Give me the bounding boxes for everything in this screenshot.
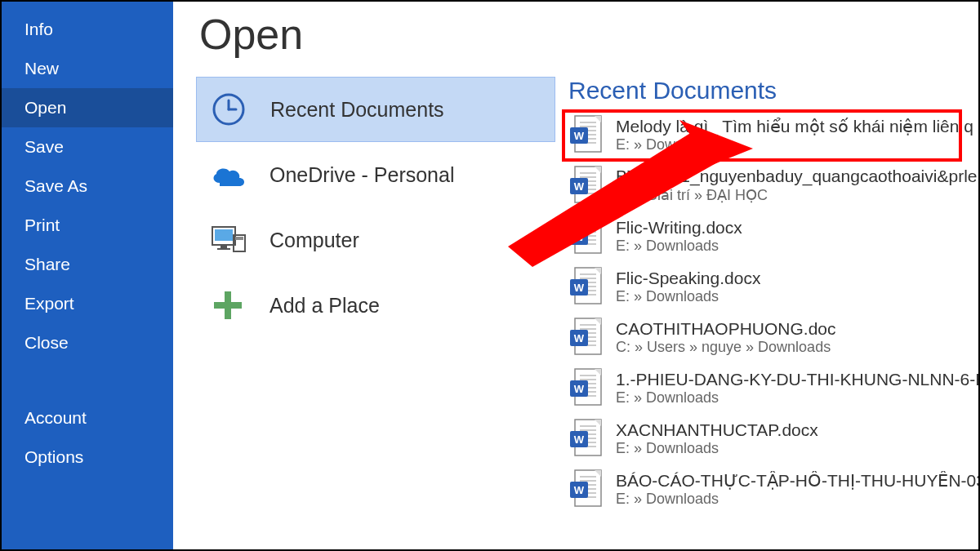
place-onedrive[interactable]: OneDrive - Personal xyxy=(196,142,555,207)
recent-document-item[interactable]: W 1.-PHIEU-DANG-KY-DU-THI-KHUNG-NLNN-6-E… xyxy=(568,362,978,413)
place-add[interactable]: Add a Place xyxy=(196,273,555,338)
places-list: Recent Documents OneDrive - Personal Com… xyxy=(196,77,555,549)
sidebar-item-info[interactable]: Info xyxy=(2,10,173,49)
sidebar-item-label: Open xyxy=(24,98,66,117)
svg-text:W: W xyxy=(574,282,585,294)
main-panel: Open Recent Documents OneDrive - Persona… xyxy=(173,2,978,549)
recent-document-item[interactable]: W XACNHANTHUCTAP.docxE: » Downloads xyxy=(568,413,978,464)
svg-rect-6 xyxy=(217,248,230,250)
recent-document-item[interactable]: W BTCNso1_nguyenbaduy_quangcaothoaivi&pr… xyxy=(568,160,978,211)
sidebar-item-label: Options xyxy=(24,447,83,466)
svg-text:W: W xyxy=(574,383,585,395)
svg-text:W: W xyxy=(574,180,585,193)
recent-document-item[interactable]: W Flic-Speaking.docxE: » Downloads xyxy=(568,261,978,312)
sidebar-item-label: Close xyxy=(24,333,69,352)
sidebar-item-close[interactable]: Close xyxy=(2,323,173,362)
recent-document-path: E: » Downloads xyxy=(616,491,978,508)
page-title: Open xyxy=(199,10,978,59)
sidebar-item-label: Save As xyxy=(24,176,87,195)
word-doc-icon: W xyxy=(568,114,604,155)
word-doc-icon: W xyxy=(568,317,604,358)
sidebar-item-label: Share xyxy=(24,255,70,273)
sidebar-item-open[interactable]: Open xyxy=(2,88,173,127)
sidebar-item-label: Print xyxy=(24,216,60,234)
recent-document-path: E: » Downloads xyxy=(616,440,818,457)
sidebar-item-label: New xyxy=(24,59,59,78)
sidebar-item-account[interactable]: Account xyxy=(2,398,173,438)
recent-document-path: C: » Users » nguye » Downloads xyxy=(616,339,836,356)
svg-text:W: W xyxy=(574,433,585,446)
recent-document-name: BTCNso1_nguyenbaduy_quangcaothoaivi&prle xyxy=(616,167,977,186)
recent-document-name: BÁO-CÁO-THỰC-TẬP-HỒ-THỊ-THU-HUYỀN-03 xyxy=(616,471,978,491)
word-doc-icon: W xyxy=(568,165,604,206)
recent-document-name: XACNHANTHUCTAP.docx xyxy=(616,420,818,440)
recent-document-item[interactable]: W CAOTHITHAOPHUONG.docC: » Users » nguye… xyxy=(568,312,978,362)
recent-document-name: Flic-Speaking.docx xyxy=(616,269,760,288)
word-doc-icon: W xyxy=(568,469,604,509)
svg-rect-5 xyxy=(220,245,227,248)
word-doc-icon: W xyxy=(568,367,604,408)
word-doc-icon: W xyxy=(568,216,604,256)
recent-document-path: E: » Downloads xyxy=(616,288,760,305)
recent-document-name: CAOTHITHAOPHUONG.doc xyxy=(616,319,836,339)
sidebar-item-label: Info xyxy=(24,20,53,38)
sidebar-item-label: Export xyxy=(24,294,74,313)
recent-document-name: Flic-Writing.docx xyxy=(616,218,742,238)
plus-icon xyxy=(206,283,250,327)
sidebar-item-save[interactable]: Save xyxy=(2,127,173,167)
backstage-sidebar: Info New Open Save Save As Print Share E… xyxy=(2,2,173,549)
place-label: Add a Place xyxy=(270,294,380,318)
svg-text:W: W xyxy=(574,130,585,142)
sidebar-item-print[interactable]: Print xyxy=(2,206,173,245)
sidebar-item-label: Account xyxy=(24,408,87,427)
place-label: Recent Documents xyxy=(270,98,444,122)
recent-documents-heading: Recent Documents xyxy=(568,77,978,104)
recent-document-path: E: » Downloads xyxy=(616,389,978,407)
svg-rect-4 xyxy=(215,229,233,241)
recent-document-path: E: » Giải trí » ĐẠI HỌC xyxy=(616,186,977,204)
sidebar-item-saveas[interactable]: Save As xyxy=(2,167,173,206)
onedrive-icon xyxy=(206,153,250,197)
place-recent-documents[interactable]: Recent Documents xyxy=(196,77,555,142)
svg-text:W: W xyxy=(574,332,585,344)
annotation-highlight xyxy=(562,109,962,162)
word-doc-icon: W xyxy=(568,418,604,459)
recent-document-item[interactable]: W BÁO-CÁO-THỰC-TẬP-HỒ-THỊ-THU-HUYỀN-03E:… xyxy=(568,464,978,514)
sidebar-item-label: Save xyxy=(24,137,64,156)
svg-text:W: W xyxy=(574,484,585,496)
svg-text:W: W xyxy=(574,231,585,243)
clock-icon xyxy=(207,87,251,131)
computer-icon xyxy=(206,218,250,262)
svg-rect-10 xyxy=(214,302,242,309)
sidebar-item-options[interactable]: Options xyxy=(2,438,173,477)
sidebar-item-export[interactable]: Export xyxy=(2,284,173,323)
place-label: Computer xyxy=(270,229,359,252)
sidebar-item-new[interactable]: New xyxy=(2,49,173,88)
word-doc-icon: W xyxy=(568,266,604,307)
recent-document-name: 1.-PHIEU-DANG-KY-DU-THI-KHUNG-NLNN-6-E xyxy=(616,370,978,389)
sidebar-item-share[interactable]: Share xyxy=(2,245,173,284)
place-label: OneDrive - Personal xyxy=(270,163,454,187)
recent-document-path: E: » Downloads xyxy=(616,238,742,255)
recent-document-item[interactable]: W Flic-Writing.docxE: » Downloads xyxy=(568,211,978,261)
recent-documents-panel: Recent Documents W Melody là gì_ Tìm hiể… xyxy=(555,77,978,549)
svg-rect-8 xyxy=(235,237,243,240)
place-computer[interactable]: Computer xyxy=(196,207,555,273)
